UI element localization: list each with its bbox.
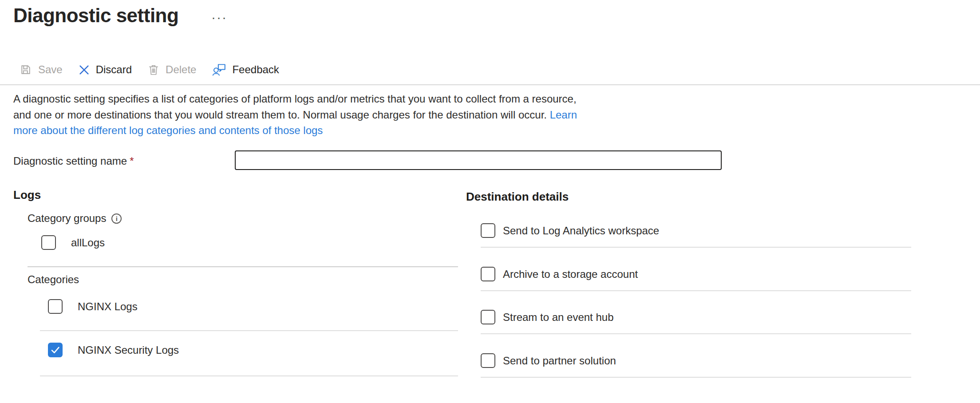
page-title: Diagnostic setting	[13, 4, 178, 27]
trash-icon	[148, 64, 159, 76]
info-icon[interactable]: i	[111, 213, 122, 224]
required-asterisk: *	[130, 155, 134, 167]
storage-account-label: Archive to a storage account	[503, 268, 638, 281]
logs-divider-1	[28, 266, 458, 267]
logs-heading: Logs	[13, 188, 41, 202]
feedback-button[interactable]: Feedback	[212, 63, 279, 76]
discard-button[interactable]: Discard	[79, 63, 132, 76]
description-line-1: A diagnostic setting specifies a list of…	[13, 91, 577, 107]
delete-button[interactable]: Delete	[148, 63, 196, 76]
discard-x-icon	[79, 64, 90, 75]
save-label: Save	[38, 63, 63, 76]
log-analytics-label: Send to Log Analytics workspace	[503, 225, 659, 237]
feedback-person-icon	[212, 63, 226, 76]
delete-label: Delete	[166, 63, 196, 76]
storage-account-checkbox[interactable]	[481, 267, 495, 281]
learn-more-link-continued[interactable]: more about the different log categories …	[13, 124, 323, 136]
ellipsis-icon: ···	[211, 10, 227, 24]
checkbox-row-nginx-logs[interactable]: NGINX Logs	[48, 299, 138, 314]
destination-divider-3	[481, 333, 911, 334]
nginx-security-logs-label: NGINX Security Logs	[78, 344, 179, 356]
checkbox-row-event-hub[interactable]: Stream to an event hub	[481, 310, 614, 324]
more-options-button[interactable]: ···	[209, 9, 229, 26]
toolbar-divider	[0, 84, 980, 85]
description-line-3: more about the different log categories …	[13, 122, 577, 138]
alllogs-checkbox[interactable]	[41, 235, 56, 250]
checkbox-row-partner-solution[interactable]: Send to partner solution	[481, 353, 616, 368]
category-groups-label: Category groups i	[28, 212, 122, 225]
event-hub-label: Stream to an event hub	[503, 311, 614, 324]
partner-solution-label: Send to partner solution	[503, 355, 616, 367]
diagnostic-setting-name-label: Diagnostic setting name*	[13, 155, 134, 167]
command-bar: Save Discard Delete	[20, 59, 279, 80]
categories-label: Categories	[28, 273, 79, 286]
destination-details-heading: Destination details	[466, 190, 569, 204]
feedback-label: Feedback	[232, 63, 279, 76]
destination-divider-1	[481, 247, 911, 248]
description-text: A diagnostic setting specifies a list of…	[13, 91, 577, 138]
destination-divider-2	[481, 290, 911, 291]
save-icon	[20, 63, 32, 76]
checkbox-row-alllogs[interactable]: allLogs	[41, 235, 105, 250]
destination-divider-4	[481, 377, 911, 378]
description-line-2: and one or more destinations that you wo…	[13, 107, 577, 123]
partner-solution-checkbox[interactable]	[481, 353, 495, 368]
save-button[interactable]: Save	[20, 63, 63, 76]
log-analytics-checkbox[interactable]	[481, 223, 495, 238]
destination-details-section: Destination details Send to Log Analytic…	[466, 188, 914, 392]
checkbox-row-storage-account[interactable]: Archive to a storage account	[481, 267, 638, 281]
logs-section: Logs Category groups i allLogs Categorie…	[13, 188, 462, 392]
logs-divider-2	[40, 330, 458, 331]
logs-divider-3	[40, 375, 458, 376]
nginx-logs-label: NGINX Logs	[78, 300, 138, 313]
checkbox-row-log-analytics[interactable]: Send to Log Analytics workspace	[481, 223, 659, 238]
checkbox-row-nginx-security-logs[interactable]: NGINX Security Logs	[48, 343, 179, 357]
event-hub-checkbox[interactable]	[481, 310, 495, 324]
learn-more-link[interactable]: Learn	[550, 109, 577, 121]
nginx-security-logs-checkbox[interactable]	[48, 343, 63, 357]
diagnostic-setting-name-input[interactable]	[235, 150, 722, 170]
diagnostic-setting-page: Diagnostic setting ··· Save Discard	[0, 0, 980, 403]
discard-label: Discard	[96, 63, 132, 76]
alllogs-label: allLogs	[71, 237, 105, 249]
nginx-logs-checkbox[interactable]	[48, 299, 63, 314]
